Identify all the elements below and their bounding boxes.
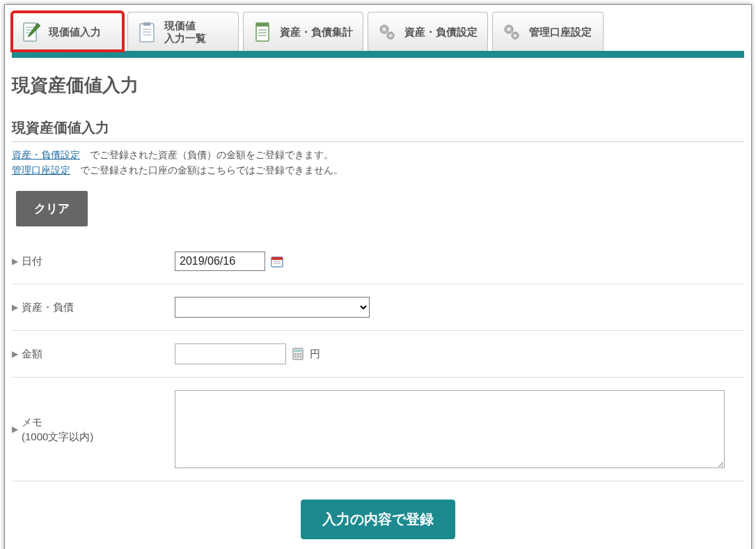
section-title: 現資産価値入力 xyxy=(12,118,744,142)
memo-label-line2: (1000文字以内) xyxy=(22,431,93,442)
asset-select[interactable] xyxy=(175,297,370,318)
svg-rect-11 xyxy=(256,23,269,26)
amount-label: 金額 xyxy=(22,348,175,361)
row-amount: ▶ 金額 円 xyxy=(12,331,744,378)
calculator-icon[interactable] xyxy=(292,348,304,360)
row-arrow-icon: ▶ xyxy=(12,349,22,359)
row-arrow-icon: ▶ xyxy=(12,302,22,312)
amount-input[interactable] xyxy=(175,343,286,364)
svg-rect-32 xyxy=(294,356,297,358)
hint-text-2: でご登録された口座の金額はこちらではご登録できません。 xyxy=(70,164,343,176)
tab-label: 資産・負債設定 xyxy=(404,26,478,38)
svg-point-20 xyxy=(507,28,510,31)
tab-label: 現価値 入力一覧 xyxy=(164,20,206,45)
svg-rect-31 xyxy=(299,353,301,355)
hint-text-1: でご登録された資産（負債）の金額をご登録できます。 xyxy=(80,149,333,160)
amount-unit: 円 xyxy=(310,348,320,361)
page-title: 現資産価値入力 xyxy=(12,73,744,98)
tab-account-settings[interactable]: 管理口座設定 xyxy=(492,12,604,51)
row-date: ▶ 日付 xyxy=(12,239,744,284)
row-memo: ▶ メモ (1000文字以内) xyxy=(12,378,744,481)
app-frame: 現価値入力 現価値 入力一覧 xyxy=(4,4,752,549)
tab-asset-liability-settings[interactable]: 資産・負債設定 xyxy=(368,12,488,51)
svg-rect-29 xyxy=(294,353,297,355)
tab-asset-liability-summary[interactable]: 資産・負債集計 xyxy=(243,12,363,51)
link-asset-liability-settings[interactable]: 資産・負債設定 xyxy=(12,149,80,160)
svg-rect-6 xyxy=(143,22,150,26)
svg-rect-24 xyxy=(271,257,283,260)
memo-label: メモ (1000文字以内) xyxy=(22,415,175,444)
row-arrow-icon: ▶ xyxy=(12,256,22,266)
asset-label: 資産・負債 xyxy=(22,301,175,314)
clipboard-icon xyxy=(135,20,159,44)
svg-rect-5 xyxy=(140,24,154,42)
calendar-icon[interactable] xyxy=(271,255,283,268)
svg-rect-34 xyxy=(299,356,301,358)
tab-current-value-list[interactable]: 現価値 入力一覧 xyxy=(127,12,239,51)
pencil-paper-icon xyxy=(19,20,43,44)
hint-line-1: 資産・負債設定 でご登録された資産（負債）の金額をご登録できます。 xyxy=(12,149,744,162)
svg-rect-30 xyxy=(297,353,299,355)
svg-point-22 xyxy=(514,34,516,36)
memo-label-line1: メモ xyxy=(22,416,42,428)
form: ▶ 日付 ▶ 資産・負債 xyxy=(12,239,744,481)
tab-label: 資産・負債集計 xyxy=(280,26,353,38)
submit-area: 入力の内容で登録 xyxy=(12,500,744,539)
memo-textarea[interactable] xyxy=(175,390,725,468)
tab-label: 現価値入力 xyxy=(49,26,101,38)
gears-icon xyxy=(375,20,399,44)
row-asset-liability: ▶ 資産・負債 xyxy=(12,284,744,331)
tab-label: 管理口座設定 xyxy=(529,26,592,38)
link-account-settings[interactable]: 管理口座設定 xyxy=(12,164,70,176)
svg-rect-28 xyxy=(294,350,301,352)
date-input[interactable] xyxy=(175,252,265,271)
notebook-icon xyxy=(251,20,274,44)
svg-point-16 xyxy=(383,28,386,31)
tab-bar: 現価値入力 現価値 入力一覧 xyxy=(12,12,744,58)
hint-line-2: 管理口座設定 でご登録された口座の金額はこちらではご登録できません。 xyxy=(12,164,744,177)
svg-rect-33 xyxy=(297,356,299,358)
svg-point-18 xyxy=(389,34,391,36)
date-label: 日付 xyxy=(22,255,175,268)
tab-current-value-input[interactable]: 現価値入力 xyxy=(12,12,123,51)
row-arrow-icon: ▶ xyxy=(12,424,22,434)
submit-button[interactable]: 入力の内容で登録 xyxy=(301,500,455,539)
gears-icon xyxy=(500,20,523,44)
clear-button[interactable]: クリア xyxy=(16,191,88,226)
